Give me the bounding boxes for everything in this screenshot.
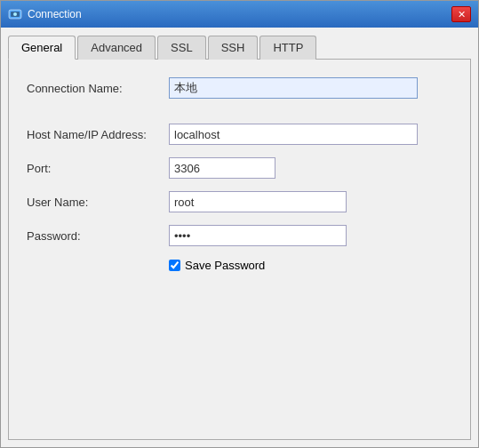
host-row: Host Name/IP Address: <box>27 124 452 145</box>
tab-ssl[interactable]: SSL <box>157 36 206 60</box>
host-label: Host Name/IP Address: <box>27 128 169 141</box>
connection-name-label: Connection Name: <box>27 82 169 95</box>
save-password-label: Save Password <box>185 259 265 272</box>
title-bar: Connection ✕ <box>1 1 478 28</box>
connection-dialog: Connection ✕ General Advanced SSL SSH HT… <box>0 0 479 448</box>
username-label: User Name: <box>27 196 169 209</box>
app-icon <box>8 7 22 21</box>
password-input[interactable] <box>169 225 347 246</box>
title-buttons: ✕ <box>451 6 471 22</box>
tab-general[interactable]: General <box>8 36 76 60</box>
close-button[interactable]: ✕ <box>451 6 471 22</box>
save-password-row: Save Password <box>169 259 452 272</box>
tab-advanced[interactable]: Advanced <box>77 36 156 60</box>
save-password-checkbox[interactable] <box>169 260 180 271</box>
password-row: Password: <box>27 225 452 246</box>
password-label: Password: <box>27 229 169 243</box>
dialog-content: General Advanced SSL SSH HTTP Connection… <box>1 28 478 447</box>
port-input[interactable] <box>169 157 275 179</box>
tab-ssh[interactable]: SSH <box>208 36 259 60</box>
title-bar-left: Connection <box>8 7 82 21</box>
connection-name-row: Connection Name: <box>27 77 452 99</box>
connection-name-input[interactable] <box>169 77 418 99</box>
host-input[interactable] <box>169 124 418 145</box>
username-input[interactable] <box>169 191 347 212</box>
svg-point-2 <box>13 12 17 16</box>
tabs: General Advanced SSL SSH HTTP <box>8 35 471 60</box>
tab-http[interactable]: HTTP <box>259 36 316 60</box>
tab-panel-general: Connection Name: Host Name/IP Address: P… <box>8 60 471 440</box>
port-label: Port: <box>27 162 169 175</box>
window-title: Connection <box>28 8 82 20</box>
port-row: Port: <box>27 157 452 179</box>
username-row: User Name: <box>27 191 452 212</box>
